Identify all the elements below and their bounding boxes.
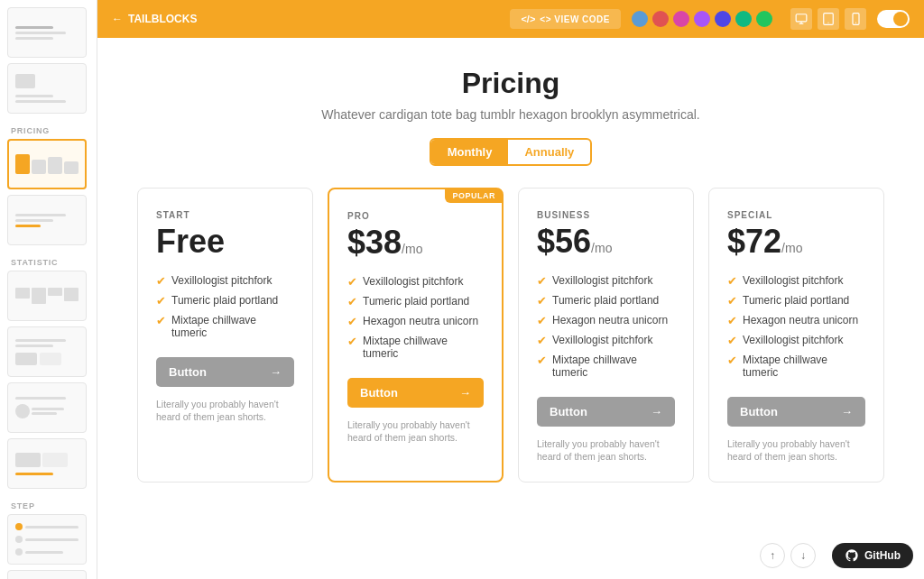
check-icon: ✔ (347, 335, 357, 348)
list-item: ✔Vexillologist pitchfork (537, 274, 675, 288)
sidebar-thumb-stat-4[interactable] (7, 438, 87, 489)
pricing-header: Pricing Whatever cardigan tote bag tumbl… (119, 67, 902, 166)
check-icon: ✔ (537, 334, 547, 347)
sidebar-thumb-stat-2[interactable] (7, 326, 87, 377)
check-icon: ✔ (537, 294, 547, 308)
plan-start-price: Free (156, 224, 294, 260)
list-item: ✔Hexagon neutra unicorn (347, 315, 484, 328)
sidebar-thumb-1[interactable] (7, 7, 87, 58)
color-pink[interactable] (673, 11, 689, 27)
list-item: ✔Tumeric plaid portland (347, 295, 484, 308)
plan-pro-tier: PRO (347, 211, 484, 221)
sidebar-thumb-pricing-active[interactable] (7, 139, 87, 189)
sidebar-section-statistic: STATISTIC (7, 251, 89, 271)
sidebar-thumb-step-2[interactable] (7, 570, 87, 579)
sidebar-thumb-step-1[interactable] (7, 514, 87, 565)
sidebar-section-pricing: PRICING (7, 119, 89, 139)
color-indigo[interactable] (715, 11, 731, 27)
plan-start-button[interactable]: Button → (156, 357, 294, 387)
color-red[interactable] (652, 11, 669, 27)
pricing-subtitle: Whatever cardigan tote bag tumblr hexago… (119, 107, 902, 122)
check-icon: ✔ (727, 314, 737, 327)
check-icon: ✔ (537, 354, 547, 367)
plan-pro-price: $38/mo (347, 225, 484, 261)
list-item: ✔Tumeric plaid portland (727, 294, 865, 308)
check-icon: ✔ (347, 315, 357, 328)
check-icon: ✔ (347, 275, 357, 289)
list-item: ✔Mixtape chillwave tumeric (727, 354, 865, 379)
plan-business-card: BUSINESS $56/mo ✔Vexillologist pitchfork… (518, 188, 694, 482)
check-icon: ✔ (727, 294, 737, 308)
desktop-icon[interactable] (790, 8, 812, 30)
check-icon: ✔ (156, 274, 166, 288)
back-button[interactable]: ← TAILBLOCKS (112, 13, 197, 25)
tablet-icon[interactable] (818, 8, 839, 30)
list-item: ✔Vexillologist pitchfork (156, 274, 294, 288)
color-green[interactable] (756, 11, 772, 27)
annually-toggle-btn[interactable]: Annually (508, 140, 590, 164)
toggle-knob (893, 12, 908, 26)
check-icon: ✔ (727, 274, 737, 288)
svg-point-4 (827, 23, 828, 23)
content-area: Pricing Whatever cardigan tote bag tumbl… (97, 38, 924, 579)
sidebar: PRICING STATISTIC (0, 0, 97, 579)
plan-special-note: Literally you probably haven't heard of … (727, 437, 865, 464)
plan-special-button[interactable]: Button → (727, 397, 865, 427)
check-icon: ✔ (537, 274, 547, 288)
plan-start-card: START Free ✔Vexillologist pitchfork ✔Tum… (137, 188, 313, 482)
mobile-icon[interactable] (845, 8, 866, 30)
check-icon: ✔ (347, 295, 357, 308)
sidebar-thumb-stat-1[interactable] (7, 271, 87, 321)
list-item: ✔Mixtape chillwave tumeric (156, 314, 294, 339)
plan-special-card: SPECIAL $72/mo ✔Vexillologist pitchfork … (708, 188, 884, 482)
plan-special-features: ✔Vexillologist pitchfork ✔Tumeric plaid … (727, 274, 865, 379)
topbar-icons (790, 8, 910, 30)
plan-special-tier: SPECIAL (727, 210, 865, 220)
list-item: ✔Mixtape chillwave tumeric (347, 335, 484, 360)
plan-pro-button[interactable]: Button → (347, 378, 484, 408)
sidebar-thumb-stat-3[interactable] (7, 382, 87, 433)
main-area: ← TAILBLOCKS </> <> VIEW CODE (97, 0, 924, 579)
color-picker (632, 11, 772, 27)
theme-toggle[interactable] (877, 10, 910, 28)
plan-business-button[interactable]: Button → (537, 397, 675, 427)
list-item: ✔Vexillologist pitchfork (537, 334, 675, 347)
plan-start-note: Literally you probably haven't heard of … (156, 398, 294, 424)
list-item: ✔Hexagon neutra unicorn (537, 314, 675, 327)
color-purple[interactable] (694, 11, 710, 27)
sidebar-thumb-2[interactable] (7, 63, 87, 114)
billing-toggle: Monthly Annually (430, 138, 593, 166)
code-icon: </> (521, 14, 535, 24)
prev-arrow[interactable]: ↑ (760, 543, 785, 568)
pricing-title: Pricing (119, 67, 902, 100)
svg-point-6 (855, 23, 855, 23)
list-item: ✔Vexillologist pitchfork (727, 274, 865, 288)
github-label: GitHub (864, 549, 901, 562)
check-icon: ✔ (727, 334, 737, 347)
list-item: ✔Tumeric plaid portland (537, 294, 675, 308)
list-item: ✔Hexagon neutra unicorn (727, 314, 865, 327)
color-teal[interactable] (735, 11, 752, 27)
github-badge[interactable]: GitHub (832, 543, 913, 568)
plan-start-tier: START (156, 210, 294, 220)
pricing-cards: START Free ✔Vexillologist pitchfork ✔Tum… (119, 188, 902, 482)
plan-business-tier: BUSINESS (537, 210, 675, 220)
check-icon: ✔ (727, 354, 737, 367)
list-item: ✔Tumeric plaid portland (156, 294, 294, 308)
plan-business-features: ✔Vexillologist pitchfork ✔Tumeric plaid … (537, 274, 675, 379)
plan-special-price: $72/mo (727, 224, 865, 260)
check-icon: ✔ (537, 314, 547, 327)
plan-pro-note: Literally you probably haven't heard of … (347, 418, 484, 445)
view-code-button[interactable]: </> <> VIEW CODE (510, 9, 621, 29)
pagination-nav: ↑ ↓ (760, 543, 816, 568)
github-icon (845, 548, 859, 563)
topbar-title: TAILBLOCKS (128, 13, 197, 25)
back-arrow-icon: ← (112, 13, 123, 25)
color-blue[interactable] (632, 11, 648, 27)
plan-pro-features: ✔Vexillologist pitchfork ✔Tumeric plaid … (347, 275, 484, 360)
list-item: ✔Vexillologist pitchfork (347, 275, 484, 289)
popular-badge: POPULAR (445, 188, 503, 203)
sidebar-thumb-pricing-2[interactable] (7, 195, 87, 245)
monthly-toggle-btn[interactable]: Monthly (431, 140, 509, 164)
next-arrow[interactable]: ↓ (790, 543, 816, 568)
